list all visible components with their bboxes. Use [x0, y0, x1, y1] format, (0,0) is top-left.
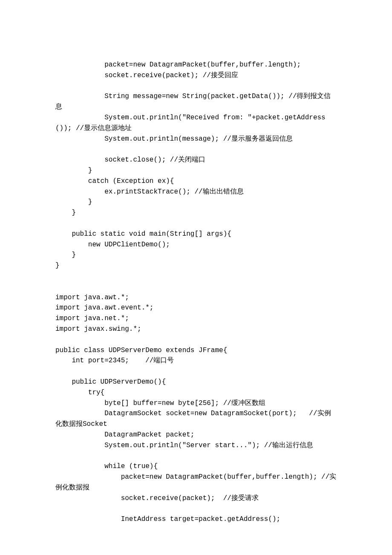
- code-line: System.out.println(message); //显示服务器返回信息: [55, 135, 293, 143]
- code-line: String message=new String(packet.getData…: [55, 92, 331, 111]
- code-line: while (true){: [55, 462, 158, 470]
- code-line: catch (Exception ex){: [55, 177, 174, 185]
- code-line: DatagramSocket socket=new DatagramSocket…: [55, 410, 331, 428]
- code-line: }: [55, 251, 76, 259]
- code-line: int port=2345; //端口号: [55, 357, 174, 364]
- code-line: import java.awt.*;: [55, 294, 129, 301]
- code-line: import java.net.*;: [55, 315, 129, 322]
- code-line: }: [55, 167, 92, 174]
- code-line: packet=new DatagramPacket(buffer,buffer.…: [55, 61, 301, 69]
- code-line: socket.close(); //关闭端口: [55, 156, 205, 164]
- code-line: }: [55, 262, 60, 269]
- code-line: byte[] buffer=new byte[256]; //缓冲区数组: [55, 399, 265, 407]
- code-line: System.out.println("Server start..."); /…: [55, 442, 313, 449]
- code-line: socket.receive(packet); //接受回应: [55, 72, 238, 79]
- document-page: packet=new DatagramPacket(buffer,buffer.…: [0, 0, 392, 555]
- code-line: socket.receive(packet); //接受请求: [55, 494, 259, 502]
- code-line: }: [55, 209, 76, 217]
- code-line: try{: [55, 389, 104, 396]
- code-line: public UDPServerDemo(){: [55, 378, 166, 386]
- code-line: DatagramPacket packet;: [55, 431, 194, 439]
- code-line: ex.printStackTrace(); //输出出错信息: [55, 188, 244, 196]
- code-line: public class UDPServerDemo extends JFram…: [55, 347, 227, 354]
- code-line: import javax.swing.*;: [55, 325, 141, 333]
- code-line: import java.awt.event.*;: [55, 304, 153, 312]
- code-line: }: [55, 198, 92, 206]
- code-line: new UDPClientDemo();: [55, 241, 170, 249]
- code-line: InetAddress target=packet.getAddress();: [55, 515, 280, 523]
- code-line: public static void main(String[] args){: [55, 230, 231, 238]
- code-line: packet=new DatagramPacket(buffer,buffer.…: [55, 473, 336, 491]
- code-line: System.out.println("Received from: "+pac…: [55, 114, 326, 132]
